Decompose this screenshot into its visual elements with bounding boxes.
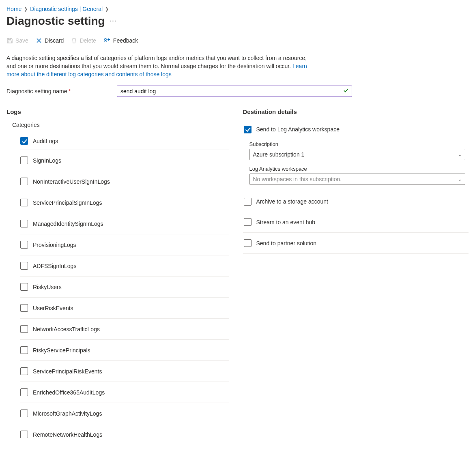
- log-category-checkbox[interactable]: [20, 367, 28, 375]
- categories-heading: Categories: [12, 122, 232, 128]
- log-category-row: RemoteNetworkHealthLogs: [20, 424, 229, 445]
- chevron-down-icon: ⌄: [458, 152, 462, 157]
- dest-loganalytics-label: Send to Log Analytics workspace: [256, 126, 340, 133]
- log-category-label: ServicePrincipalSignInLogs: [33, 199, 102, 206]
- dest-option-row: Stream to an event hub: [243, 212, 469, 233]
- log-category-row: UserRiskEvents: [20, 298, 229, 319]
- log-category-label: EnrichedOffice365AuditLogs: [33, 389, 105, 396]
- log-category-label: RiskyUsers: [33, 284, 62, 290]
- log-category-row: NonInteractiveUserSignInLogs: [20, 171, 229, 192]
- close-icon: [36, 37, 42, 44]
- chevron-right-icon: ❯: [24, 6, 28, 12]
- log-category-checkbox[interactable]: [20, 410, 28, 417]
- feedback-button[interactable]: Feedback: [103, 37, 138, 44]
- trash-icon: [71, 37, 77, 44]
- log-category-checkbox[interactable]: [20, 325, 28, 333]
- setting-name-label: Diagnostic setting name*: [6, 88, 115, 94]
- log-category-label: AuditLogs: [33, 138, 58, 144]
- log-category-checkbox[interactable]: [20, 178, 28, 185]
- log-category-row: SignInLogs: [20, 150, 229, 171]
- breadcrumb-parent[interactable]: Diagnostic settings | General: [30, 6, 103, 12]
- log-category-checkbox[interactable]: [20, 262, 28, 270]
- save-icon: [6, 37, 13, 44]
- log-category-row: NetworkAccessTrafficLogs: [20, 319, 229, 340]
- setting-name-input[interactable]: [117, 86, 352, 97]
- dest-option-label: Stream to an event hub: [256, 219, 316, 225]
- log-category-label: ADFSSignInLogs: [33, 263, 76, 269]
- discard-label: Discard: [45, 37, 64, 44]
- log-category-row: MicrosoftGraphActivityLogs: [20, 403, 229, 424]
- log-category-row: ProvisioningLogs: [20, 234, 229, 255]
- log-category-label: MicrosoftGraphActivityLogs: [33, 410, 102, 417]
- subscription-label: Subscription: [249, 141, 467, 147]
- log-category-label: RemoteNetworkHealthLogs: [33, 431, 102, 438]
- log-category-label: UserRiskEvents: [33, 305, 73, 311]
- chevron-down-icon: ⌄: [458, 177, 462, 182]
- log-category-checkbox[interactable]: [20, 157, 28, 164]
- toolbar: Save Discard Delete Feedback: [6, 35, 469, 48]
- log-category-checkbox[interactable]: [20, 283, 28, 291]
- log-category-row: ServicePrincipalRiskEvents: [20, 361, 229, 382]
- breadcrumb: Home ❯ Diagnostic settings | General ❯: [6, 6, 469, 12]
- dest-loganalytics-checkbox[interactable]: [244, 126, 251, 133]
- log-category-label: NetworkAccessTrafficLogs: [33, 326, 100, 332]
- destination-section: Destination details Send to Log Analytic…: [243, 108, 469, 254]
- workspace-select[interactable]: No workspaces in this subscription. ⌄: [249, 174, 466, 185]
- log-category-checkbox[interactable]: [20, 304, 28, 312]
- dest-option-label: Archive to a storage account: [256, 198, 328, 205]
- log-category-checkbox[interactable]: [20, 388, 28, 396]
- log-category-row: ManagedIdentitySignInLogs: [20, 213, 229, 234]
- log-category-checkbox[interactable]: [20, 199, 28, 206]
- save-label: Save: [15, 37, 28, 44]
- page-title: Diagnostic setting: [6, 15, 105, 28]
- dest-option-checkbox[interactable]: [244, 218, 251, 226]
- log-category-label: SignInLogs: [33, 157, 61, 164]
- log-category-checkbox[interactable]: [20, 431, 28, 438]
- log-category-label: ProvisioningLogs: [33, 242, 76, 248]
- log-category-label: ServicePrincipalRiskEvents: [33, 368, 102, 375]
- log-category-row: ServicePrincipalSignInLogs: [20, 192, 229, 213]
- log-category-checkbox[interactable]: [20, 137, 28, 145]
- logs-heading: Logs: [6, 108, 232, 115]
- log-category-checkbox[interactable]: [20, 346, 28, 354]
- svg-point-0: [105, 39, 106, 40]
- feedback-label: Feedback: [113, 37, 138, 44]
- log-category-row: EnrichedOffice365AuditLogs: [20, 382, 229, 403]
- logs-section: Logs Categories AuditLogsSignInLogsNonIn…: [6, 108, 232, 445]
- dest-option-row: Archive to a storage account: [243, 195, 469, 208]
- intro-text: A diagnostic setting specifies a list of…: [6, 54, 315, 78]
- discard-button[interactable]: Discard: [36, 37, 64, 44]
- delete-button[interactable]: Delete: [71, 37, 96, 44]
- chevron-right-icon: ❯: [105, 6, 109, 12]
- destination-heading: Destination details: [243, 108, 469, 115]
- dest-option-checkbox[interactable]: [244, 198, 251, 206]
- more-actions-icon[interactable]: ···: [110, 18, 117, 24]
- feedback-icon: [103, 37, 111, 44]
- log-category-label: ManagedIdentitySignInLogs: [33, 221, 103, 227]
- breadcrumb-home[interactable]: Home: [6, 6, 21, 12]
- delete-label: Delete: [80, 37, 96, 44]
- log-category-checkbox[interactable]: [20, 241, 28, 249]
- log-category-label: RiskyServicePrincipals: [33, 347, 90, 354]
- workspace-label: Log Analytics workspace: [249, 166, 467, 172]
- log-category-checkbox[interactable]: [20, 220, 28, 227]
- dest-option-checkbox[interactable]: [244, 239, 251, 247]
- dest-option-label: Send to partner solution: [256, 240, 317, 247]
- dest-option-row: Send to partner solution: [243, 233, 469, 254]
- subscription-select[interactable]: Azure subscription 1 ⌄: [249, 149, 466, 160]
- log-category-row: AuditLogs: [20, 132, 229, 150]
- log-category-row: RiskyServicePrincipals: [20, 340, 229, 361]
- log-category-row: ADFSSignInLogs: [20, 255, 229, 277]
- log-category-row: RiskyUsers: [20, 277, 229, 298]
- checkmark-icon: [343, 88, 349, 93]
- log-category-label: NonInteractiveUserSignInLogs: [33, 178, 110, 185]
- save-button[interactable]: Save: [6, 37, 28, 44]
